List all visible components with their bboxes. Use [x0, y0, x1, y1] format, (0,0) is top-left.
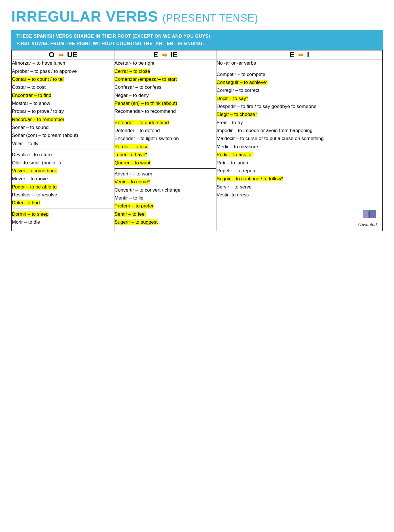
arrow-icon: ➡	[162, 52, 167, 59]
list-item: Confesar – to confess	[115, 84, 216, 91]
list-item: Encender – to light / switch on	[115, 135, 216, 142]
list-item: Probar – to prove / to try	[12, 108, 114, 115]
list-item: Advertir – to warn	[115, 170, 216, 178]
list-item: Freír – to fry	[217, 119, 382, 126]
vivatutor-label: ¡Vivatutor!	[358, 222, 377, 227]
list-item: Volver- to come back	[12, 167, 114, 175]
list-item: Querer – to want	[115, 159, 216, 167]
list-item: Pedir – to ask for	[217, 151, 382, 158]
list-item: Aprobar – to pass / to approve	[12, 68, 114, 75]
list-item: Sonar – to sound	[12, 124, 114, 131]
arrow-icon: ➡	[58, 52, 63, 59]
list-item: Impedir – to impede or avoid from happen…	[217, 127, 382, 134]
list-item: Resolver – to resolve	[12, 191, 114, 199]
list-item: Sentir – to feel	[115, 211, 216, 218]
list-item: Oler -to smell (huelo...)	[12, 159, 114, 167]
list-item: Repetir – to repete	[217, 167, 382, 175]
list-item: Maldecir – to curse or to put a curse on…	[217, 135, 382, 142]
list-item: Contar – to count / to tell	[12, 76, 114, 83]
list-item: No -ar or -er verbs	[217, 60, 382, 67]
list-item: Decir – to say*	[217, 95, 382, 102]
list-item: Perder – to lose	[115, 143, 216, 151]
list-item: Mostrar – to show	[12, 100, 114, 107]
main-table: O ➡ UE E ➡ IE E ➡ I Almorzar – to have l…	[11, 50, 383, 231]
col1-header: O ➡ UE	[12, 50, 114, 60]
list-item: Devolver- to return	[12, 151, 114, 158]
list-item: Tener- to have*	[115, 151, 216, 158]
list-item: Seguir – to continue / to follow*	[217, 175, 382, 183]
list-item: Conseguir – to achieve*	[217, 79, 382, 86]
list-item: Servir – to serve	[217, 183, 382, 191]
list-item: Preferir – to prefer	[115, 202, 216, 210]
col3-header: E ➡ I	[217, 50, 382, 60]
col2-content: Acertar- to be rightCerrar – to closeCom…	[114, 60, 216, 231]
list-item: Costar – to cost	[12, 84, 114, 91]
list-item: Entender – to understand	[115, 119, 216, 126]
info-box: THESE SPANISH VERBS CHANGE IN THEIR ROOT…	[11, 30, 383, 50]
list-item: Reír – to laugh	[217, 159, 382, 167]
list-item: Vestir- to dress	[217, 191, 382, 199]
col2-header: E ➡ IE	[114, 50, 216, 60]
list-item: Defender – to defend	[115, 127, 216, 134]
list-item: Mentir – to lie	[115, 194, 216, 202]
list-item: Morir – to die	[12, 219, 114, 226]
list-item: Pensar (en) – to think (about)	[115, 100, 216, 107]
list-item: Comenzar /empezar– to start	[115, 76, 216, 83]
list-item: Encontrar – to find	[12, 92, 114, 99]
list-item: Doler- to hurt	[12, 199, 114, 207]
list-item: Acertar- to be right	[115, 60, 216, 67]
list-item: Poder – to be able to	[12, 183, 114, 191]
list-item: Venir – to come*	[115, 178, 216, 186]
list-item: Sugerir – to suggest	[115, 219, 216, 226]
list-item: Recomendar- to recommend	[115, 108, 216, 115]
page-title: IRREGULAR VERBS (PRESENT TENSE)	[11, 9, 383, 25]
list-item: Dormir – to sleep	[12, 211, 114, 218]
list-item: Negar – to deny	[115, 92, 216, 99]
list-item: Medir – to measure	[217, 143, 382, 151]
list-item: Mover – to move	[12, 175, 114, 183]
book-icon	[362, 207, 377, 220]
list-item: Elegir – to choose*	[217, 111, 382, 118]
list-item: Volar – to fly	[12, 140, 114, 147]
list-item: Corregir – to correct	[217, 87, 382, 94]
list-item: Recordar – to remember	[12, 116, 114, 123]
col3-content: No -ar or -er verbsCompetir – to compete…	[217, 60, 382, 231]
list-item: Convertir – to convert / change	[115, 186, 216, 194]
col1-content: Almorzar – to have lunchAprobar – to pas…	[12, 60, 114, 231]
list-item: Competir – to compete	[217, 71, 382, 78]
list-item: Cerrar – to close	[115, 68, 216, 75]
vivatutor-section: ¡Vivatutor!	[217, 204, 382, 230]
list-item: Almorzar – to have lunch	[12, 60, 114, 67]
list-item: Despedir – to fire / to say goodbye to s…	[217, 103, 382, 110]
list-item: Soñar (con) – to dream (about)	[12, 132, 114, 139]
arrow-icon: ➡	[298, 52, 303, 59]
